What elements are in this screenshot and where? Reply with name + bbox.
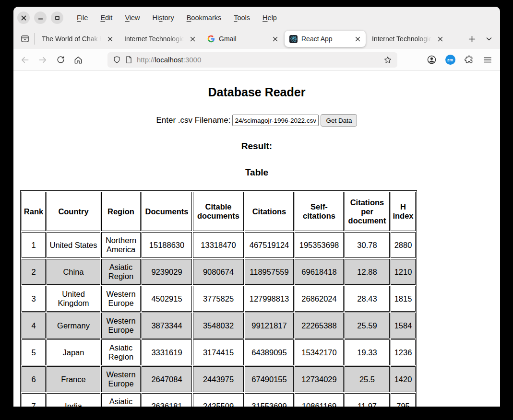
nav-buttons bbox=[18, 53, 85, 67]
plus-icon bbox=[468, 35, 476, 43]
table-cell: 1236 bbox=[391, 339, 416, 365]
menu-history[interactable]: History bbox=[153, 14, 174, 22]
page-icon bbox=[125, 56, 132, 64]
table-cell: 31553699 bbox=[245, 393, 294, 407]
tab-label: The World of Chak Bl bbox=[42, 35, 103, 43]
toolbar-right-icons: zm bbox=[424, 53, 495, 67]
menu-view[interactable]: View bbox=[125, 14, 140, 22]
google-g-icon bbox=[207, 35, 215, 43]
menu-bookmarks[interactable]: Bookmarks bbox=[187, 14, 222, 22]
table-cell: 69618418 bbox=[295, 259, 344, 285]
table-cell: 3174415 bbox=[193, 339, 244, 365]
filename-label: Enter .csv Filename: bbox=[156, 116, 231, 125]
zm-extension-icon: zm bbox=[445, 55, 455, 65]
table-cell: 11.97 bbox=[345, 393, 390, 407]
back-button[interactable] bbox=[18, 53, 32, 67]
table-cell: 3775825 bbox=[193, 286, 244, 312]
url-scheme: http:// bbox=[137, 56, 155, 64]
account-button[interactable] bbox=[424, 53, 439, 67]
tab-label: Gmail bbox=[219, 35, 268, 43]
table-row: 4GermanyWestern Europe387334435480329912… bbox=[22, 313, 416, 338]
react-icon bbox=[289, 35, 298, 43]
table-cell: 467519124 bbox=[245, 232, 294, 258]
table-heading: Table bbox=[13, 167, 500, 178]
extensions-puzzle-icon bbox=[465, 55, 474, 64]
window-maximize-button[interactable] bbox=[51, 12, 63, 24]
page-title: Database Reader bbox=[13, 85, 500, 99]
table-cell: 795 bbox=[391, 393, 416, 407]
app-menu-button[interactable] bbox=[480, 53, 495, 67]
table-cell: 6 bbox=[22, 366, 46, 392]
table-cell: India bbox=[47, 393, 100, 407]
tab-close-icon[interactable] bbox=[355, 36, 361, 42]
firefox-view-icon bbox=[20, 34, 30, 44]
forward-button[interactable] bbox=[36, 53, 50, 67]
table-cell: Asiatic Region bbox=[101, 393, 141, 407]
table-cell: Western Europe bbox=[101, 313, 141, 338]
bookmark-star-icon[interactable] bbox=[383, 56, 392, 64]
menu-tools[interactable]: Tools bbox=[234, 14, 250, 22]
browser-tab-the-world-of-chak-bl[interactable]: The World of Chak Bl bbox=[37, 31, 118, 47]
table-cell: 99121817 bbox=[245, 313, 294, 338]
table-cell: 2636181 bbox=[142, 393, 192, 407]
tab-close-icon[interactable] bbox=[272, 36, 278, 42]
column-header-citations-per-document: Citations per document bbox=[345, 192, 390, 231]
table-cell: 25.59 bbox=[345, 313, 390, 338]
table-cell: Japan bbox=[47, 339, 100, 365]
table-row: 5JapanAsiatic Region33316193174415643890… bbox=[22, 339, 416, 365]
table-cell: 22265388 bbox=[295, 313, 344, 338]
table-cell: 4502915 bbox=[142, 286, 192, 312]
back-icon bbox=[20, 55, 30, 65]
extensions-button[interactable] bbox=[462, 53, 476, 67]
table-cell: 2880 bbox=[391, 232, 416, 258]
new-tab-button[interactable] bbox=[465, 32, 479, 46]
table-cell: France bbox=[47, 366, 100, 392]
table-cell: 3548032 bbox=[193, 313, 244, 338]
table-cell: 67490155 bbox=[245, 366, 294, 392]
navigation-toolbar: http://localhost:3000 zm bbox=[13, 49, 500, 71]
browser-window: FileEditViewHistoryBookmarksToolsHelp Th… bbox=[13, 7, 500, 407]
browser-tab-react-app[interactable]: React App bbox=[285, 31, 366, 47]
column-header-citable-documents: Citable documents bbox=[193, 192, 244, 231]
titlebar: FileEditViewHistoryBookmarksToolsHelp bbox=[13, 7, 500, 29]
browser-tab-gmail[interactable]: Gmail bbox=[202, 31, 283, 47]
menu-help[interactable]: Help bbox=[262, 14, 277, 22]
window-close-button[interactable] bbox=[17, 12, 30, 24]
browser-tab-internet-technologie[interactable]: Internet Technologie bbox=[367, 31, 448, 47]
account-icon bbox=[427, 55, 437, 65]
tab-close-icon[interactable] bbox=[107, 36, 113, 42]
table-cell: 4 bbox=[22, 313, 46, 338]
get-data-button[interactable]: Get Data bbox=[321, 114, 357, 127]
table-cell: 1815 bbox=[391, 286, 416, 312]
minimize-icon bbox=[38, 15, 43, 21]
tab-strip: The World of Chak BlInternet Technologie… bbox=[13, 29, 500, 49]
zm-extension-button[interactable]: zm bbox=[443, 53, 457, 67]
table-cell: United States bbox=[47, 232, 100, 258]
reload-button[interactable] bbox=[53, 53, 68, 67]
column-header-country: Country bbox=[47, 192, 100, 231]
column-header-documents: Documents bbox=[142, 192, 192, 231]
table-cell: United Kingdom bbox=[47, 286, 100, 312]
home-button[interactable] bbox=[71, 53, 85, 67]
list-all-tabs-button[interactable] bbox=[482, 32, 496, 46]
filename-input[interactable] bbox=[232, 115, 319, 126]
column-header-self-citations: Self-citations bbox=[295, 192, 344, 231]
table-cell: 15188630 bbox=[142, 232, 192, 258]
table-cell: 10861169 bbox=[295, 393, 344, 407]
tab-close-icon[interactable] bbox=[190, 36, 196, 42]
firefox-view-button[interactable] bbox=[17, 31, 33, 47]
window-minimize-button[interactable] bbox=[34, 12, 47, 24]
menu-file[interactable]: File bbox=[77, 14, 88, 22]
table-row: 7IndiaAsiatic Region26361812425509315536… bbox=[22, 393, 416, 407]
browser-tab-internet-technologie[interactable]: Internet Technologie bbox=[119, 31, 201, 47]
table-cell: 12734029 bbox=[295, 366, 344, 392]
tab-close-icon[interactable] bbox=[437, 36, 443, 42]
result-heading: Result: bbox=[13, 141, 500, 152]
table-cell: Germany bbox=[47, 313, 100, 338]
table-cell: Northern America bbox=[101, 232, 141, 258]
url-bar[interactable]: http://localhost:3000 bbox=[107, 52, 397, 68]
table-cell: China bbox=[47, 259, 100, 285]
tab-label: Internet Technologie bbox=[124, 35, 186, 43]
table-cell: 26862024 bbox=[295, 286, 344, 312]
menu-edit[interactable]: Edit bbox=[100, 14, 112, 22]
